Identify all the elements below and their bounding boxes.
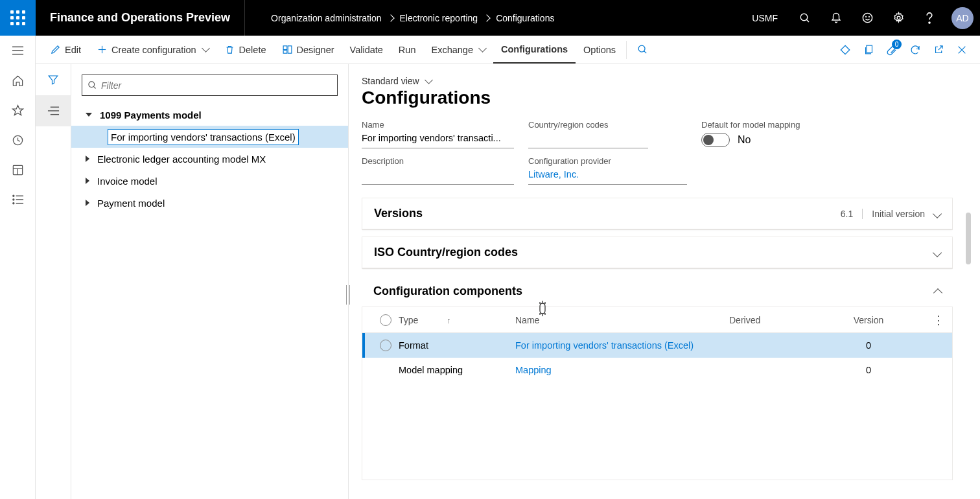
home-icon[interactable] bbox=[0, 65, 36, 95]
caret-right-icon[interactable] bbox=[86, 200, 89, 206]
column-name[interactable]: Name bbox=[515, 315, 729, 325]
scrollbar[interactable] bbox=[966, 213, 971, 264]
svg-rect-12 bbox=[13, 165, 22, 174]
svg-point-15 bbox=[12, 195, 14, 196]
badge-count: 0 bbox=[892, 40, 902, 49]
list-pane-icon[interactable] bbox=[36, 95, 71, 126]
svg-line-35 bbox=[93, 86, 95, 88]
trash-icon bbox=[224, 44, 235, 55]
favorites-icon[interactable] bbox=[0, 95, 36, 125]
breadcrumb-item[interactable]: Configurations bbox=[496, 13, 554, 23]
iso-section-header[interactable]: ISO Country/region codes bbox=[362, 237, 952, 268]
svg-rect-28 bbox=[866, 45, 872, 52]
svg-point-6 bbox=[929, 22, 930, 23]
plus-icon bbox=[97, 44, 108, 55]
view-selector[interactable]: Standard view bbox=[362, 76, 972, 86]
provider-label: Configuration provider bbox=[528, 156, 687, 166]
svg-point-0 bbox=[800, 14, 808, 21]
breadcrumb-item[interactable]: Electronic reporting bbox=[400, 13, 478, 23]
copy-icon[interactable] bbox=[857, 36, 880, 64]
row-select-radio[interactable] bbox=[380, 340, 391, 351]
column-version[interactable]: Version bbox=[839, 315, 898, 325]
attach-icon[interactable]: 0 bbox=[880, 36, 904, 64]
company-indicator[interactable]: USMF bbox=[752, 13, 789, 23]
delete-button[interactable]: Delete bbox=[216, 36, 274, 64]
smiley-icon[interactable] bbox=[852, 0, 883, 36]
cell-type: Format bbox=[399, 340, 515, 351]
cell-version: 0 bbox=[839, 365, 898, 375]
svg-point-4 bbox=[869, 17, 869, 17]
tree-item-selected[interactable]: For importing vendors' transactions (Exc… bbox=[71, 126, 348, 148]
country-value[interactable] bbox=[528, 132, 648, 148]
chevron-down-icon bbox=[425, 76, 433, 84]
popout-icon[interactable] bbox=[927, 36, 950, 64]
app-title: Finance and Operations Preview bbox=[36, 0, 245, 36]
chevron-up-icon bbox=[933, 288, 942, 297]
filter-pane-icon[interactable] bbox=[36, 64, 71, 95]
validate-button[interactable]: Validate bbox=[342, 36, 391, 64]
tree-item[interactable]: Electronic ledger accounting model MX bbox=[71, 148, 348, 170]
filter-input[interactable] bbox=[101, 80, 332, 91]
breadcrumb: Organization administration Electronic r… bbox=[245, 13, 554, 23]
tree-item[interactable]: Invoice model bbox=[71, 170, 348, 192]
svg-rect-25 bbox=[283, 51, 287, 53]
cell-name[interactable]: For importing vendors' transactions (Exc… bbox=[515, 340, 729, 351]
chevron-down-icon bbox=[202, 44, 210, 52]
cell-name[interactable]: Mapping bbox=[515, 365, 729, 375]
edit-button[interactable]: Edit bbox=[42, 36, 89, 64]
svg-line-1 bbox=[806, 19, 809, 22]
table-row[interactable]: Model mapping Mapping 0 bbox=[362, 358, 952, 382]
column-type[interactable]: Type ↑ bbox=[399, 315, 515, 325]
search-icon[interactable] bbox=[789, 0, 821, 36]
caret-right-icon[interactable] bbox=[86, 178, 89, 184]
country-label: Country/region codes bbox=[528, 120, 648, 130]
default-toggle[interactable] bbox=[701, 133, 730, 147]
default-label: Default for model mapping bbox=[701, 120, 800, 130]
more-columns-icon[interactable]: ⋮ bbox=[933, 313, 944, 327]
name-value[interactable]: For importing vendors' transacti... bbox=[362, 132, 514, 148]
table-row[interactable]: Format For importing vendors' transactio… bbox=[362, 333, 952, 358]
filter-input-container bbox=[82, 75, 338, 96]
provider-value[interactable]: Litware, Inc. bbox=[528, 168, 687, 185]
chevron-down-icon bbox=[933, 248, 942, 257]
cell-type: Model mapping bbox=[399, 365, 515, 375]
svg-point-2 bbox=[863, 13, 872, 22]
desc-value[interactable] bbox=[362, 168, 514, 185]
avatar[interactable]: AD bbox=[951, 7, 974, 29]
svg-point-5 bbox=[897, 16, 900, 19]
components-section-header[interactable]: Configuration components bbox=[362, 275, 953, 307]
versions-section-header[interactable]: Versions 6.1 Initial version bbox=[362, 198, 952, 229]
hamburger-icon[interactable] bbox=[0, 36, 36, 65]
svg-rect-23 bbox=[283, 46, 287, 50]
cell-version: 0 bbox=[839, 340, 898, 351]
modules-icon[interactable] bbox=[0, 185, 36, 215]
column-derived[interactable]: Derived bbox=[729, 315, 839, 325]
caret-right-icon[interactable] bbox=[86, 156, 89, 162]
refresh-icon[interactable] bbox=[904, 36, 927, 64]
recent-icon[interactable] bbox=[0, 125, 36, 155]
configurations-tab[interactable]: Configurations bbox=[493, 36, 576, 64]
table-header: Type ↑ Name Derived Version ⋮ bbox=[362, 307, 952, 333]
chevron-down-icon bbox=[933, 209, 942, 218]
workspace-icon[interactable] bbox=[0, 155, 36, 185]
toolbar-search-icon[interactable] bbox=[629, 36, 656, 64]
options-button[interactable]: Options bbox=[576, 36, 624, 64]
svg-point-19 bbox=[12, 203, 14, 204]
close-icon[interactable] bbox=[950, 36, 974, 64]
diamond-icon[interactable] bbox=[834, 36, 857, 64]
select-all-radio[interactable] bbox=[380, 314, 391, 326]
exchange-button[interactable]: Exchange bbox=[423, 36, 493, 64]
notifications-icon[interactable] bbox=[821, 0, 852, 36]
run-button[interactable]: Run bbox=[391, 36, 424, 64]
tree-item[interactable]: Payment model bbox=[71, 192, 348, 214]
waffle-icon[interactable] bbox=[0, 0, 36, 36]
toggle-value: No bbox=[738, 134, 751, 146]
breadcrumb-item[interactable]: Organization administration bbox=[271, 13, 381, 23]
tree-root[interactable]: 1099 Payments model bbox=[71, 104, 348, 126]
help-icon[interactable] bbox=[914, 0, 945, 36]
settings-icon[interactable] bbox=[883, 0, 914, 36]
pencil-icon bbox=[50, 44, 61, 55]
create-configuration-button[interactable]: Create configuration bbox=[89, 36, 216, 64]
caret-down-icon[interactable] bbox=[86, 113, 92, 117]
designer-button[interactable]: Designer bbox=[274, 36, 342, 64]
